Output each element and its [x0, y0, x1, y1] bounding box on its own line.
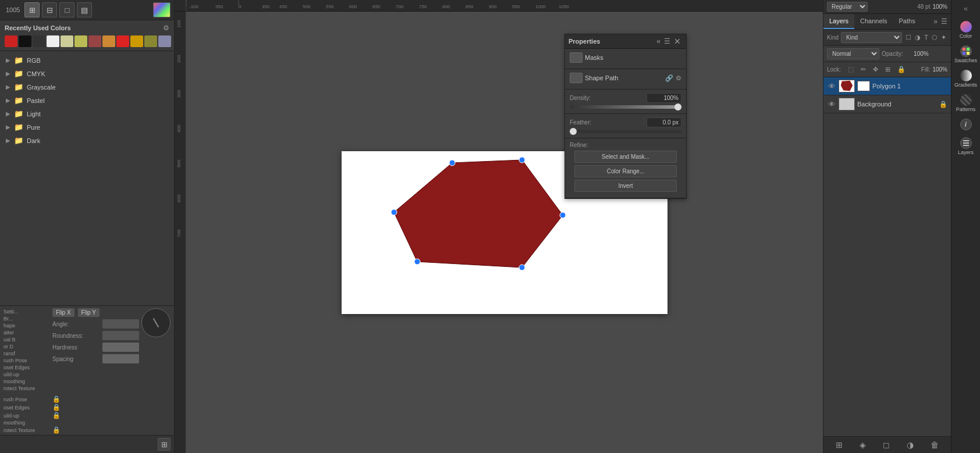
- folder-cmyk-icon: 📁: [14, 69, 23, 78]
- side-tab-layers-secondary[interactable]: Layers: [953, 135, 979, 158]
- fill-value[interactable]: 100%: [932, 66, 947, 73]
- color-picker-btn[interactable]: [153, 2, 171, 17]
- group-dark[interactable]: ▶ 📁 Dark: [0, 134, 174, 147]
- angle-dial[interactable]: [141, 308, 171, 337]
- delete-layer-btn[interactable]: 🗑: [928, 439, 941, 451]
- properties-menu-icon[interactable]: ☰: [662, 37, 672, 45]
- hardness-input[interactable]: [102, 343, 139, 352]
- side-tab-gradients[interactable]: Gradients: [953, 67, 979, 91]
- properties-close-btn[interactable]: ✕: [672, 37, 683, 46]
- layer-polygon-1[interactable]: 👁 Polygon 1: [823, 77, 951, 95]
- angle-label: Angle:: [52, 321, 99, 327]
- invert-btn[interactable]: Invert: [574, 180, 677, 192]
- swatch-dark-red[interactable]: [88, 35, 101, 47]
- fx-btn[interactable]: ◈: [857, 439, 868, 451]
- flip-y-button[interactable]: Flip Y: [78, 308, 100, 317]
- swatch-black2[interactable]: [33, 35, 45, 47]
- filter-smart-icon[interactable]: ✦: [940, 33, 947, 42]
- tool-btn-table[interactable]: ▤: [77, 2, 92, 17]
- swatch-yellow-green[interactable]: [74, 35, 87, 47]
- flip-x-button[interactable]: Flip X: [52, 308, 74, 317]
- chevron-cmyk: ▶: [6, 70, 10, 77]
- group-grayscale[interactable]: ▶ 📁 Grayscale: [0, 80, 174, 94]
- layer-background[interactable]: 👁 Background 🔒: [823, 95, 951, 113]
- collapse-right-btn[interactable]: «: [961, 2, 970, 15]
- tool-btn-square[interactable]: □: [59, 2, 74, 17]
- group-cmyk[interactable]: ▶ 📁 CMYK: [0, 67, 174, 80]
- opacity-value[interactable]: 100%: [906, 51, 929, 57]
- handle-left[interactable]: [391, 209, 397, 215]
- layers-bottom-bar: ⊞ ◈ ◻ ◑ 🗑: [823, 436, 951, 453]
- lock-all-btn[interactable]: 🔒: [895, 65, 908, 74]
- select-mask-btn[interactable]: Select and Mask...: [574, 151, 677, 163]
- handle-top-left[interactable]: [449, 160, 455, 166]
- tab-channels[interactable]: Channels: [854, 14, 893, 29]
- blend-mode-select[interactable]: Normal Multiply Screen Overlay: [827, 48, 879, 59]
- layer-kind-select[interactable]: Kind Name Effect Mode Attribute Color: [841, 32, 902, 43]
- sidebar-label-texture: atter: [3, 329, 50, 336]
- handle-top-right[interactable]: [519, 157, 525, 163]
- swatch-gray-blue[interactable]: [158, 35, 171, 47]
- swatch-orange[interactable]: [102, 35, 115, 47]
- panel-expand-btn[interactable]: ⊞: [158, 438, 171, 451]
- handle-bottom-left[interactable]: [414, 259, 420, 265]
- new-group-btn[interactable]: ⊞: [833, 439, 845, 451]
- layers-header-icons: » ☰: [930, 16, 951, 27]
- canvas-area[interactable]: [186, 12, 823, 453]
- tab-paths[interactable]: Paths: [893, 14, 921, 29]
- handle-right[interactable]: [560, 212, 566, 218]
- blend-mode-dropdown-top[interactable]: Regular Normal: [827, 2, 868, 12]
- lock-position-btn[interactable]: ✥: [871, 65, 880, 74]
- feather-value[interactable]: 0.0 px: [647, 117, 681, 127]
- side-tab-info[interactable]: i: [953, 116, 979, 134]
- density-thumb[interactable]: [674, 104, 681, 110]
- filter-shape-icon[interactable]: ⬡: [931, 33, 939, 42]
- tool-btn-apps[interactable]: ⊟: [42, 2, 57, 17]
- swatch-gold[interactable]: [130, 35, 143, 47]
- side-tab-patterns[interactable]: Patterns: [953, 92, 979, 115]
- svg-rect-33: [963, 145, 969, 146]
- side-tab-color[interactable]: Color: [953, 19, 979, 42]
- swatch-red[interactable]: [5, 35, 17, 47]
- handle-bottom-right[interactable]: [519, 265, 525, 270]
- density-slider[interactable]: [570, 105, 681, 109]
- group-pastel[interactable]: ▶ 📁 Pastel: [0, 94, 174, 107]
- filter-adj-icon[interactable]: ◑: [914, 33, 922, 42]
- swatch-light-yellow[interactable]: [61, 35, 73, 47]
- visibility-background[interactable]: 👁: [827, 100, 836, 109]
- lock-pixels-btn[interactable]: ✏: [858, 65, 868, 74]
- lock-transparency-btn[interactable]: ⬚: [846, 65, 856, 74]
- group-light[interactable]: ▶ 📁 Light: [0, 107, 174, 120]
- add-mask-btn[interactable]: ◻: [880, 439, 892, 451]
- feather-slider[interactable]: [570, 130, 681, 133]
- tab-layers[interactable]: Layers: [823, 14, 854, 29]
- angle-input[interactable]: [102, 319, 139, 329]
- shape-path-link-icon[interactable]: 🔗: [665, 74, 673, 82]
- swatch-black1[interactable]: [19, 35, 31, 47]
- visibility-polygon[interactable]: 👁: [827, 82, 836, 91]
- properties-collapse-icon[interactable]: «: [655, 37, 662, 45]
- add-adjustment-btn[interactable]: ◑: [904, 439, 916, 451]
- color-range-btn[interactable]: Color Range...: [574, 165, 677, 177]
- layers-expand-icon[interactable]: »: [932, 16, 939, 27]
- layers-menu-icon[interactable]: ☰: [940, 16, 949, 27]
- swatch-white[interactable]: [47, 35, 59, 47]
- roundness-input[interactable]: [102, 331, 139, 340]
- filter-pixel-icon[interactable]: ☐: [904, 33, 912, 42]
- polygon-shape[interactable]: [394, 160, 563, 267]
- tool-btn-grid[interactable]: ⊞: [24, 2, 40, 17]
- group-rgb[interactable]: ▶ 📁 RGB: [0, 53, 174, 67]
- feather-thumb[interactable]: [570, 128, 577, 135]
- sidebar-label-color: or D: [3, 343, 50, 350]
- spacing-input[interactable]: [102, 354, 139, 363]
- shape-path-settings-icon[interactable]: ⚙: [676, 74, 681, 82]
- group-pure[interactable]: ▶ 📁 Pure: [0, 120, 174, 134]
- filter-text-icon[interactable]: T: [923, 33, 929, 42]
- side-tab-swatches[interactable]: Swatches: [953, 43, 979, 66]
- density-value[interactable]: 100%: [647, 93, 681, 103]
- swatch-bright-red[interactable]: [116, 35, 129, 47]
- lock-artboard-btn[interactable]: ⊞: [883, 65, 893, 74]
- gear-icon[interactable]: ⚙: [163, 24, 169, 32]
- swatch-olive[interactable]: [144, 35, 157, 47]
- polygon-thumb: [839, 80, 855, 92]
